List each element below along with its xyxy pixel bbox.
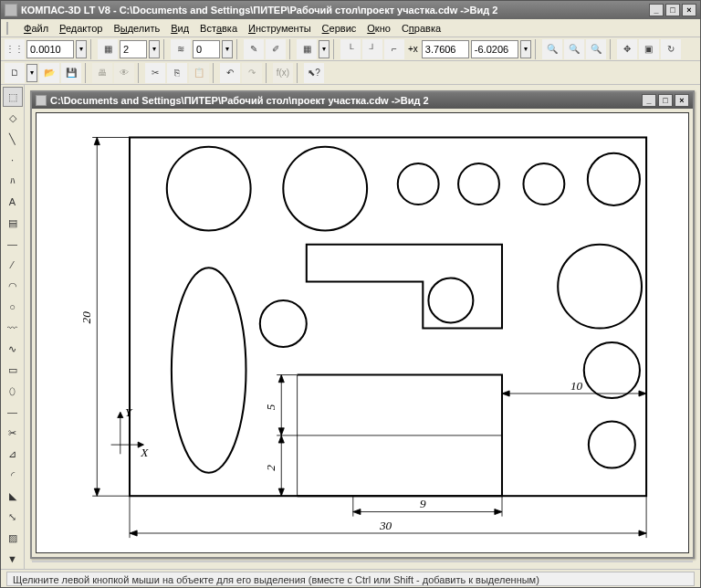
grid-dropdown[interactable]: ▾ (319, 40, 330, 58)
step-input[interactable] (26, 40, 74, 58)
document-area: C:\Documents and Settings\ПИТЕР\Рабочий … (25, 85, 700, 569)
tool-expand-icon[interactable]: ▼ (3, 549, 23, 569)
minimize-button[interactable]: _ (649, 4, 664, 16)
tool-ellipse-icon[interactable]: ⬯ (3, 381, 23, 401)
coord-dropdown[interactable]: ▾ (520, 40, 531, 58)
dim-10: 10 (570, 379, 583, 393)
state-icon[interactable]: ≋ (171, 39, 191, 59)
menu-tools[interactable]: Инструменты (248, 23, 311, 34)
redo-icon[interactable]: ↷ (242, 63, 262, 83)
svg-point-9 (589, 422, 635, 468)
layer-icon[interactable]: ▦ (98, 39, 118, 59)
document-titlebar: C:\Documents and Settings\ПИТЕР\Рабочий … (32, 92, 693, 109)
coord-icon[interactable]: ┘ (362, 39, 382, 59)
doc-icon (36, 95, 47, 106)
dim-9: 9 (420, 497, 426, 510)
menu-insert[interactable]: Вставка (200, 23, 237, 34)
menu-select[interactable]: Выделить (113, 23, 160, 34)
svg-point-5 (523, 163, 564, 205)
toolbar-coords: ⋮⋮ ▾ ▦ ▾ ≋ ▾ ✎ ✐ ▦ ▾ └ ┘ ⌐ +x ▾ 🔍 🔍 🔍 ✥ … (1, 37, 700, 61)
tool-rect-icon[interactable]: ▭ (3, 360, 23, 380)
svg-point-12 (428, 278, 473, 323)
tool-misc-icon[interactable]: ▨ (3, 528, 23, 548)
menu-help[interactable]: Справка (402, 23, 441, 34)
menu-handle[interactable] (6, 22, 9, 35)
left-toolbar: ⬚ ◇ ╲ · ﾊ A ▤ ― ∕ ◠ ○ 〰 ∿ ▭ ⬯ ― ✂ ⊿ ◜ ◣ … (1, 85, 25, 569)
dim-30: 30 (379, 519, 392, 532)
tool-extend-icon[interactable]: ⊿ (3, 444, 23, 464)
brush-icon[interactable]: ✎ (244, 39, 264, 59)
snap-icon[interactable]: ⋮⋮ (5, 39, 25, 59)
zoom-fit-icon[interactable]: 🔍 (586, 39, 606, 59)
pan-icon[interactable]: ✥ (617, 39, 637, 59)
coord-x-input[interactable] (422, 40, 469, 58)
tool-circle-icon[interactable]: ○ (3, 297, 23, 317)
dim-5: 5 (264, 404, 277, 410)
new-icon[interactable]: 🗋 (5, 63, 25, 83)
app-icon (5, 4, 17, 16)
preview-icon[interactable]: 👁 (114, 63, 134, 83)
close-button[interactable]: × (682, 4, 696, 16)
doc-close-button[interactable]: × (675, 94, 689, 107)
menu-service[interactable]: Сервис (322, 23, 357, 34)
cut-icon[interactable]: ✂ (145, 63, 165, 83)
axis-x-label: X (140, 446, 149, 459)
command-bar[interactable] (32, 561, 693, 562)
menubar: Файл Редактор Выделить Вид Вставка Инстр… (1, 19, 700, 37)
open-icon[interactable]: 📂 (39, 63, 59, 83)
tool-arc-icon[interactable]: ◠ (3, 276, 23, 296)
grid-icon[interactable]: ▦ (297, 39, 317, 59)
tool-select-icon[interactable]: ⬚ (3, 87, 23, 107)
tool-segment-icon[interactable]: ∕ (3, 255, 23, 275)
paste-icon[interactable]: 📋 (189, 63, 209, 83)
doc-maximize-button[interactable]: □ (658, 94, 673, 107)
tool-spline-icon[interactable]: 〰 (3, 318, 23, 338)
menu-view[interactable]: Вид (171, 23, 189, 34)
tool-trim-icon[interactable]: ✂ (3, 423, 23, 443)
dim-20: 20 (79, 311, 93, 324)
state-dropdown[interactable]: ▾ (222, 40, 233, 58)
redraw-icon[interactable]: ↻ (661, 39, 681, 59)
local-icon[interactable]: ⌐ (384, 39, 404, 59)
svg-point-3 (398, 163, 439, 205)
toolbar-standard: 🗋 ▾ 📂 💾 🖶 👁 ✂ ⎘ 📋 ↶ ↷ f(x) ⬉? (1, 61, 700, 85)
tool-point-icon[interactable]: · (3, 150, 23, 170)
brush2-icon[interactable]: ✐ (266, 39, 286, 59)
tool-dim-icon[interactable]: A (3, 192, 23, 212)
cursor-icon[interactable]: ⬉? (304, 63, 324, 83)
zoom-out-icon[interactable]: 🔍 (564, 39, 584, 59)
maximize-button[interactable]: □ (665, 4, 680, 16)
menu-editor[interactable]: Редактор (59, 23, 102, 34)
window-title: КОМПАС-3D LT V8 - C:\Documents and Setti… (21, 5, 497, 16)
menu-file[interactable]: Файл (24, 23, 48, 34)
zoom-in-icon[interactable]: 🔍 (542, 39, 562, 59)
tool-move-icon[interactable]: ⤡ (3, 507, 23, 527)
svg-point-7 (558, 245, 642, 329)
document-title: C:\Documents and Settings\ПИТЕР\Рабочий … (50, 95, 429, 106)
tool-line-icon[interactable]: ╲ (3, 129, 23, 149)
tool-fillet-icon[interactable]: ◜ (3, 465, 23, 485)
fx-icon[interactable]: f(x) (273, 63, 293, 83)
save-icon[interactable]: 💾 (61, 63, 81, 83)
new-dropdown[interactable]: ▾ (26, 64, 37, 82)
axis-y-label: Y (125, 405, 133, 419)
ortho-icon[interactable]: └ (340, 39, 361, 59)
tool-hatch-icon[interactable]: ▤ (3, 213, 23, 233)
tool-geom-icon[interactable]: ◇ (3, 108, 23, 128)
coord-y-input[interactable] (471, 40, 518, 58)
drawing-canvas[interactable]: Y X 20 (36, 112, 689, 553)
print-icon[interactable]: 🖶 (92, 63, 112, 83)
svg-point-11 (260, 300, 307, 347)
doc-minimize-button[interactable]: _ (642, 94, 656, 107)
tool-bezier-icon[interactable]: ∿ (3, 339, 23, 359)
tool-chamfer-icon[interactable]: ◣ (3, 486, 23, 506)
step-dropdown[interactable]: ▾ (76, 40, 87, 58)
undo-icon[interactable]: ↶ (220, 63, 240, 83)
copy-icon[interactable]: ⎘ (167, 63, 187, 83)
state-input[interactable] (193, 40, 220, 58)
tool-text-icon[interactable]: ﾊ (3, 171, 23, 191)
menu-window[interactable]: Окно (367, 23, 391, 34)
layer-input[interactable] (120, 40, 147, 58)
layer-dropdown[interactable]: ▾ (149, 40, 160, 58)
rotate-icon[interactable]: ▣ (639, 39, 659, 59)
